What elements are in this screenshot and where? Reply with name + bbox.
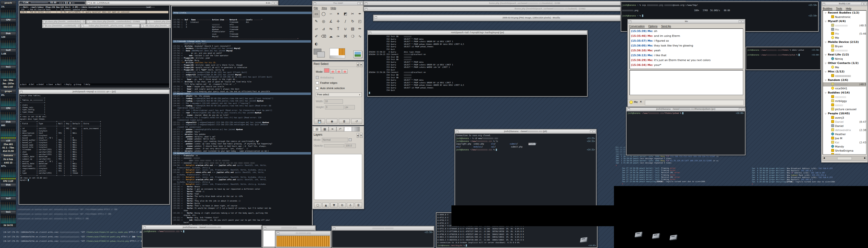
buddy-item[interactable]: Mandy xyxy=(823,145,866,149)
buddy-item[interactable]: Heather xyxy=(823,132,866,136)
tool-pencil-icon[interactable]: ✏ xyxy=(356,25,363,32)
clock-terminal-content[interactable]: <15:58> xyxy=(332,230,434,247)
reset-options-button[interactable]: ↺ xyxy=(351,119,362,124)
buddy-item[interactable]: Me xyxy=(823,65,866,69)
scroll-thumb[interactable] xyxy=(837,157,852,160)
collapse-triangle-icon[interactable]: ▽ xyxy=(825,113,826,115)
tool-move-icon[interactable]: ✛ xyxy=(335,18,341,25)
pattern-preview[interactable] xyxy=(339,49,345,55)
tool-perspective-icon[interactable]: ⊿ xyxy=(320,25,327,32)
image-thumbnail[interactable] xyxy=(353,51,362,58)
select-type-dropdown[interactable]: Free select xyxy=(316,93,362,97)
tool-crop-icon[interactable]: ∕ xyxy=(342,18,349,25)
unit-dropdown[interactable]: px xyxy=(345,105,355,110)
buddy-group[interactable]: ▽Myself (4/4) xyxy=(823,19,866,24)
menu-xtns[interactable]: Xtns xyxy=(321,6,327,9)
player-progress[interactable] xyxy=(31,1,48,3)
tool-fuzzy-select-icon[interactable]: ✶ xyxy=(335,10,341,18)
mutt-menubar[interactable]: q:Quit d:Del u:Undel s:Save m:Mail r:Rep… xyxy=(19,83,169,86)
buddy-item[interactable]: Nimiq xyxy=(823,57,866,61)
buddy-item[interactable]: Daniel(8:47) xyxy=(823,120,866,124)
tool-measure-icon[interactable]: ∡ xyxy=(328,18,334,25)
gimp-toolbox-titlebar[interactable]: The GIMP xyxy=(313,1,364,6)
gimp-image-front-titlebar[interactable]: xx-xxxxxx.png xyxy=(276,231,331,236)
tool-gradient-icon[interactable]: ▧ xyxy=(349,25,356,32)
tool-free-select-icon[interactable]: ∽ xyxy=(328,10,334,18)
im-quick-input[interactable] xyxy=(645,100,744,105)
buddy-group[interactable]: ▽Recent Buddies (1/2) xyxy=(823,11,866,15)
buddy-item[interactable]: Me xyxy=(823,28,866,32)
tab-undo-icon[interactable]: ↶ xyxy=(336,127,344,131)
mysqld-log-titlebar[interactable]: root@peach <tail -f mysqld.log> /var/log… xyxy=(368,31,587,35)
buddy-item[interactable]: detoxendrix(2:38) xyxy=(823,128,866,132)
save-options-button[interactable]: 💾 xyxy=(314,119,325,124)
window-menu-icon[interactable] xyxy=(87,2,90,5)
collapse-triangle-icon[interactable]: ▽ xyxy=(825,54,826,56)
buddy-item[interactable]: xxxxxxxx(48:57) xyxy=(823,82,866,87)
new-layer-button[interactable]: ▢ xyxy=(314,203,321,208)
gimp-menubar[interactable]: File Xtns Help xyxy=(312,6,364,10)
tool-smudge-icon[interactable]: ∿ xyxy=(356,33,363,40)
feather-edges-checkbox[interactable] xyxy=(316,82,319,84)
tool-bucket-fill-icon[interactable]: ∪ xyxy=(342,25,349,32)
layers-mode-dropdown[interactable]: Normal xyxy=(322,138,348,142)
keep-trans-checkbox[interactable] xyxy=(349,138,352,141)
buddy-item[interactable]: avenj3 xyxy=(823,116,866,120)
collapse-triangle-icon[interactable]: ▽ xyxy=(825,71,826,73)
tool-scissors-icon[interactable]: ✂ xyxy=(349,10,356,18)
collapse-triangle-icon[interactable]: ▽ xyxy=(825,79,826,82)
layers-list[interactable] xyxy=(314,154,362,200)
monitor-host-grape[interactable]: grape xyxy=(0,89,16,93)
buddy-item[interactable]: Me(5:46) xyxy=(823,32,866,36)
buddy-group[interactable]: ▽People (10/45) xyxy=(823,112,866,116)
tool-color-picker-icon[interactable]: ✎ xyxy=(313,18,320,25)
taskbar-shaded-gvim5[interactable]: style.css (/mnt/nfs/...css/default) - GV… xyxy=(42,24,81,28)
buddy-item[interactable]: xxxxxxx xyxy=(823,95,866,99)
buddy-group[interactable]: ▽Other Contacts (1/2) xyxy=(823,61,866,65)
small-terminal-titlebar[interactable]: josh@banana: ~/www/xxxxxxxxx.xxx xyxy=(143,225,261,229)
collapse-triangle-icon[interactable]: ▽ xyxy=(825,92,826,94)
gimp-image-back-titlebar[interactable]: xxxxxxxxx.png xyxy=(263,226,315,230)
dock-arrow-button[interactable]: ◂ xyxy=(357,62,359,67)
tool-airbrush-icon[interactable]: ☁ xyxy=(328,33,334,40)
monitor-host-banana[interactable]: banana xyxy=(0,154,16,157)
mode-intersect-button[interactable] xyxy=(342,69,347,73)
buddy-item[interactable]: ShrikeEnigma xyxy=(823,149,866,153)
width-field[interactable]: 10 xyxy=(324,99,343,104)
pekwm-themes-content[interactable]: <16:00>josh@banana ~/www/xxxxxxxxx.xxx/t… xyxy=(626,112,745,155)
tab-channels-icon[interactable]: ▦ xyxy=(321,127,329,131)
opacity-slider[interactable] xyxy=(324,144,344,147)
buddy-group[interactable]: ▽Buddies (4/14) xyxy=(823,91,866,95)
tool-blur-icon[interactable]: ❍ xyxy=(349,33,356,40)
dock-arrow-button[interactable]: ◂ xyxy=(357,133,359,138)
restore-options-button[interactable]: ◉ xyxy=(327,119,337,124)
tool-paths-icon[interactable]: ✒ xyxy=(356,10,363,18)
tool-paintbrush-icon[interactable]: ✐ xyxy=(313,33,320,40)
buddy-item[interactable]: Joe M xyxy=(823,136,866,141)
buddy-item[interactable]: nice5641 xyxy=(823,87,866,91)
tool-rotate-icon[interactable]: ↻ xyxy=(349,18,356,25)
buddy-item[interactable]: Nuerotronic xyxy=(823,15,866,19)
buddy-group[interactable]: ▽Real Life (1/2) xyxy=(823,53,866,57)
tool-dodge-burn-icon[interactable]: ◐ xyxy=(313,40,320,48)
gimp-canvas[interactable] xyxy=(276,236,330,247)
collapse-triangle-icon[interactable]: ▽ xyxy=(825,12,826,14)
music-player-bar[interactable]: C10K 03 49 ◄◄ ► ▌▌ ■ ►► xyxy=(19,1,86,5)
window-buttons[interactable] xyxy=(271,2,277,5)
mode-replace-button[interactable] xyxy=(324,68,330,73)
taskbar-shaded-gvim4[interactable]: index.php (/mnt/nfs...phoria.com) - GVIM… xyxy=(81,24,140,28)
duplicate-layer-button[interactable]: ⧉ xyxy=(339,203,346,208)
tab-me[interactable]: Me xyxy=(634,100,638,104)
buddy-group[interactable]: ▽Misc (1/12) xyxy=(823,69,866,74)
background-color-swatch[interactable] xyxy=(317,52,325,57)
buddy-item[interactable]: William xyxy=(823,153,866,155)
antialiasing-checkbox[interactable] xyxy=(316,76,319,79)
tool-rect-select-icon[interactable]: ▭ xyxy=(313,10,320,18)
mode-subtract-button[interactable] xyxy=(336,69,341,73)
tab-layers-icon[interactable]: ▤ xyxy=(313,127,321,131)
tool-clone-icon[interactable]: ⌘ xyxy=(342,33,349,40)
tab-brushes-icon[interactable]: · xyxy=(344,127,352,131)
close-icon[interactable]: ✕ xyxy=(360,62,363,67)
buddy-group[interactable]: ▽Random (2/6) xyxy=(823,78,866,82)
clock-terminal-titlebar[interactable]: xxxxxxxxxx xxxxxxx xyxy=(332,226,434,230)
